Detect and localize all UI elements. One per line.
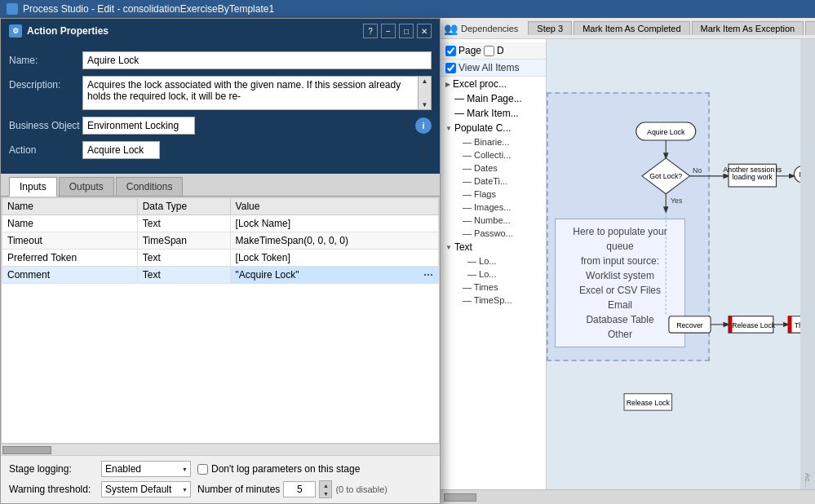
number-of-minutes-label: Number of minutes [197,484,280,495]
page-checkbox[interactable] [445,46,456,56]
tree-item-main-page-label: — Main Page... [454,93,522,104]
right-toolbar: Ac... [800,39,815,489]
page-checkbox-label: Page [445,45,481,56]
cell-name-2: Timeout [2,232,138,250]
tree-item-main-page[interactable]: — Main Page... [441,91,546,106]
minimize-button[interactable]: − [381,24,396,38]
business-object-row: Business Object Environment Locking i [9,117,432,135]
info-button[interactable]: i [415,117,432,134]
name-label: Name: [9,51,82,66]
action-properties-dialog: ⚙ Action Properties ? − □ ✕ Name: Descri… [0,18,441,504]
release-lock-node-label: Release Lock [732,321,776,329]
table-row[interactable]: Name Text [Lock Name] [2,215,439,232]
diagram-area: 👥 Dependencies Step 3 Mark Item As Compl… [441,18,815,504]
view-items-area: Page D [441,42,546,60]
warning-threshold-select[interactable]: System Default Custom [101,481,191,497]
action-select-wrapper: Acquire Lock [82,141,432,159]
diagram-bottom-scrollbar[interactable] [441,489,815,504]
edit-icon[interactable]: ⋯ [423,269,433,281]
cell-value-4: "Acquire Lock" ⋯ [230,267,438,284]
spin-up-button[interactable]: ▲ [320,481,331,489]
stage-logging-select[interactable]: Enabled Disabled Inherit [101,461,191,477]
help-button[interactable]: ? [363,24,378,38]
action-row: Action Acquire Lock [9,141,432,159]
name-input[interactable] [82,51,432,69]
tree-item-timespan[interactable]: — TimeSp... [441,294,546,307]
tree-item-text[interactable]: Text [441,240,546,254]
diagram-tab-step3[interactable]: Step 3 [528,21,572,35]
view-all-items-checkbox[interactable] [445,63,456,73]
tree-item-collect[interactable]: — Collecti... [441,148,546,161]
tree-item-numbers[interactable]: — Numbe... [441,214,546,227]
minutes-spinner: ▲ ▼ [319,480,332,498]
page-label: Page [458,45,481,56]
maximize-button[interactable]: □ [399,24,414,38]
cell-value-2: MakeTimeSpan(0, 0, 0, 0) [230,232,438,250]
tree-item-dates[interactable]: — Dates [441,161,546,175]
tree-item-datetime[interactable]: — DateTi... [441,175,546,188]
cell-name-4: Comment [2,267,138,284]
dont-log-checkbox[interactable] [197,464,208,475]
tree-item-flags[interactable]: — Flags [441,188,546,201]
aquire-lock-node-label: Aquire Lock [647,128,685,136]
close-button[interactable]: ✕ [417,24,432,38]
action-select[interactable]: Acquire Lock [82,141,160,159]
dialog-title: Action Properties [27,25,109,37]
cell-type-1: Text [137,215,230,232]
col-header-value: Value [230,198,438,215]
d-checkbox[interactable] [484,46,494,56]
minutes-input[interactable] [283,481,316,497]
table-row[interactable]: Timeout TimeSpan MakeTimeSpan(0, 0, 0, 0… [2,232,439,250]
spin-down-button[interactable]: ▼ [320,489,331,497]
cell-type-3: Text [137,250,230,267]
description-textarea[interactable]: Acquires the lock associated with the gi… [82,76,419,110]
tree-item-populate[interactable]: Populate C... [441,121,546,135]
title-bar: Process Studio - Edit - consolidationExe… [0,0,815,18]
right-toolbar-handle: Ac... [804,473,812,488]
diagram-tab-mark-exception[interactable]: Mark Item As Exception [692,21,804,35]
table-row-selected[interactable]: Comment Text "Acquire Lock" ⋯ [2,267,439,284]
tree-item-excel-proc[interactable]: Excel proc... [441,77,546,91]
stage-logging-select-wrapper: Enabled Disabled Inherit [101,461,191,477]
view-all-items-btn[interactable]: View All Items [441,60,546,77]
flowchart-svg: Aquire Lock Got Lock? No Another session… [547,60,815,489]
dependencies-area: 👥 Dependencies [444,22,518,35]
cell-type-2: TimeSpan [137,232,230,250]
diagram-tab-reset-global[interactable]: Reset Global Data [805,21,815,35]
cell-value-3: [Lock Token] [230,250,438,267]
tree-item-lo1[interactable]: — Lo... [441,254,546,267]
dependencies-button[interactable]: Dependencies [461,24,518,33]
recover-node-label: Recover [676,321,703,329]
view-all-items-label: View All Items [445,62,541,73]
tree-item-text-label: Text [454,241,472,253]
scroll-up-icon[interactable]: ▲ [422,77,428,85]
table-row[interactable]: Preferred Token Text [Lock Token] [2,250,439,267]
app-icon [7,3,18,15]
tree-item-binaries[interactable]: — Binarie... [441,135,546,148]
warning-threshold-label: Warning threshold: [9,484,95,495]
hint-text: (0 to disable) [335,484,388,494]
tree-panel: Page D View All Items Excel proc... [441,39,547,489]
tab-conditions[interactable]: Conditions [116,177,184,196]
business-object-select[interactable]: Environment Locking [82,117,195,135]
tree-item-mark-item[interactable]: — Mark Item... [441,106,546,121]
dialog-hscroll[interactable] [1,444,440,455]
tab-inputs[interactable]: Inputs [9,177,57,197]
tree-item-times[interactable]: — Times [441,281,546,294]
tree-item-mark-item-label: — Mark Item... [454,108,519,119]
textarea-scrollbar: ▲ ▼ [419,76,432,110]
tree-item-passwords[interactable]: — Passwo... [441,227,546,240]
scroll-down-icon[interactable]: ▼ [422,101,428,108]
tree-item-images[interactable]: — Images... [441,201,546,214]
tab-outputs[interactable]: Outputs [59,177,114,196]
dialog-titlebar-left: ⚙ Action Properties [9,24,109,38]
inputs-table: Name Data Type Value Name Text [Lock Nam… [2,197,439,284]
yes-label: Yes [671,197,683,205]
warning-threshold-row: Warning threshold: System Default Custom… [9,480,432,498]
description-label: Description: [9,76,82,91]
diagram-tab-mark-completed[interactable]: Mark Item As Completed [574,21,689,35]
canvas-area: Here to populate your queuefrom input so… [547,39,815,489]
title-text: Process Studio - Edit - consolidationExe… [23,3,274,15]
d-checkbox-label: D [484,45,504,56]
tree-item-lo2[interactable]: — Lo... [441,267,546,281]
